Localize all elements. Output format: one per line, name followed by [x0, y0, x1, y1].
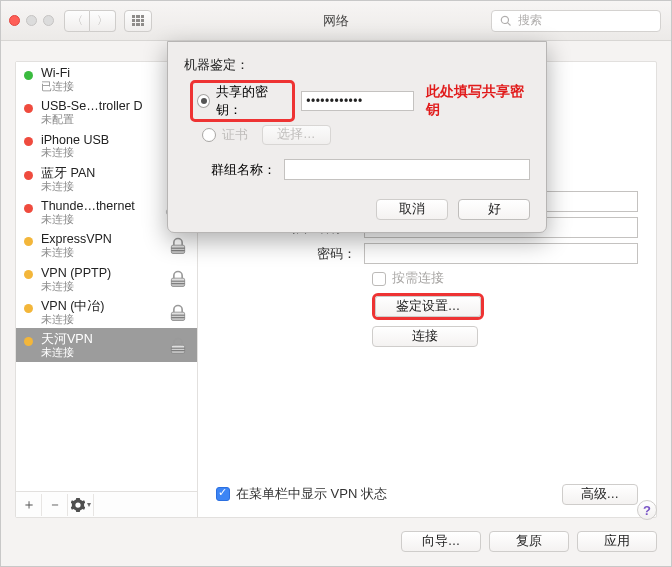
sheet-ok-button[interactable]: 好	[458, 199, 530, 220]
svg-rect-2	[171, 250, 184, 251]
group-name-row: 群组名称：	[184, 159, 530, 180]
interface-name: VPN (PPTP)	[41, 267, 159, 281]
shared-secret-radio[interactable]	[197, 94, 210, 108]
interface-name: ExpressVPN	[41, 233, 159, 247]
bottom-bar: 向导… 复原 应用	[15, 526, 657, 556]
password-row: 密码：	[216, 243, 638, 264]
svg-rect-6	[171, 312, 184, 320]
interface-status: 未连接	[41, 181, 159, 193]
svg-rect-7	[171, 314, 184, 315]
interface-status: 未连接	[41, 214, 159, 226]
interface-status: 未连接	[41, 281, 159, 293]
grid-icon	[132, 15, 144, 27]
search-icon	[500, 15, 512, 27]
traffic-lights	[9, 15, 54, 26]
sidebar-footer: ＋ － ▾	[16, 491, 198, 517]
zoom-window-button	[43, 15, 54, 26]
forward-button[interactable]: 〉	[90, 10, 116, 32]
help-button[interactable]: ?	[637, 500, 657, 520]
interface-status: 未连接	[41, 314, 159, 326]
apply-button[interactable]: 应用	[577, 531, 657, 552]
status-dot	[24, 104, 33, 113]
action-menu-button[interactable]: ▾	[68, 494, 94, 516]
interface-status: 未连接	[41, 247, 159, 259]
sheet-cancel-button[interactable]: 取消	[376, 199, 448, 220]
show-vpn-status-checkbox[interactable]	[216, 487, 230, 501]
svg-rect-11	[171, 350, 184, 351]
nav-group: 〈 〉	[64, 10, 116, 32]
sidebar-item[interactable]: 天河VPN未连接	[16, 328, 197, 361]
choose-certificate-button: 选择…	[262, 125, 331, 145]
search-field[interactable]: 搜索	[491, 10, 661, 32]
lock-icon	[167, 302, 189, 324]
auth-settings-button[interactable]: 鉴定设置…	[375, 296, 481, 317]
svg-rect-8	[171, 317, 184, 318]
shared-secret-annotation: 此处填写共享密钥	[426, 83, 530, 119]
on-demand-row: 按需连接	[372, 270, 638, 287]
connect-button[interactable]: 连接	[372, 326, 478, 347]
interface-name: 天河VPN	[41, 333, 159, 347]
wizard-button[interactable]: 向导…	[401, 531, 481, 552]
lock-icon	[167, 335, 189, 357]
shared-secret-highlight: 共享的密钥：	[190, 80, 295, 122]
auth-sheet: 机器鉴定： 共享的密钥： •••••••••••• 此处填写共享密钥 证书 选择…	[167, 41, 547, 233]
status-dot	[24, 337, 33, 346]
status-dot	[24, 204, 33, 213]
password-input[interactable]	[364, 243, 638, 264]
on-demand-label: 按需连接	[392, 270, 444, 287]
password-label: 密码：	[216, 245, 364, 263]
minimize-window-button	[26, 15, 37, 26]
svg-rect-0	[171, 245, 184, 253]
show-vpn-status-row: 在菜单栏中显示 VPN 状态	[216, 485, 387, 503]
status-dot	[24, 304, 33, 313]
status-dot	[24, 171, 33, 180]
close-window-button[interactable]	[9, 15, 20, 26]
status-dot	[24, 237, 33, 246]
svg-rect-3	[171, 279, 184, 287]
group-name-input[interactable]	[284, 159, 530, 180]
shared-secret-row: 共享的密钥： •••••••••••• 此处填写共享密钥	[190, 80, 530, 122]
auth-sheet-title: 机器鉴定：	[184, 56, 530, 74]
show-all-button[interactable]	[124, 10, 152, 32]
svg-rect-10	[171, 348, 184, 349]
sidebar-item[interactable]: VPN (中冶)未连接	[16, 295, 197, 328]
on-demand-checkbox[interactable]	[372, 272, 386, 286]
remove-interface-button[interactable]: －	[42, 494, 68, 516]
back-button[interactable]: 〈	[64, 10, 90, 32]
titlebar: 〈 〉 网络 搜索	[1, 1, 671, 41]
interface-name: Thunde…thernet	[41, 200, 159, 214]
interface-name: 蓝牙 PAN	[41, 167, 159, 181]
interface-name: VPN (中冶)	[41, 300, 159, 314]
certificate-label: 证书	[222, 126, 248, 144]
svg-rect-5	[171, 284, 184, 285]
lock-icon	[167, 235, 189, 257]
sidebar-item[interactable]: ExpressVPN未连接	[16, 228, 197, 261]
status-dot	[24, 137, 33, 146]
svg-rect-9	[171, 345, 184, 353]
certificate-row: 证书 选择…	[202, 125, 530, 145]
status-dot	[24, 71, 33, 80]
group-name-label: 群组名称：	[184, 161, 284, 179]
preferences-window: 〈 〉 网络 搜索 Wi-Fi已连接USB-Se…troller D未配置iPh…	[0, 0, 672, 567]
sidebar-item[interactable]: VPN (PPTP)未连接	[16, 262, 197, 295]
add-interface-button[interactable]: ＋	[16, 494, 42, 516]
advanced-button[interactable]: 高级…	[562, 484, 639, 505]
revert-button[interactable]: 复原	[489, 531, 569, 552]
shared-secret-input[interactable]: ••••••••••••	[301, 91, 413, 111]
status-dot	[24, 270, 33, 279]
show-vpn-status-label: 在菜单栏中显示 VPN 状态	[236, 485, 387, 503]
lock-icon	[167, 268, 189, 290]
chevron-down-icon: ▾	[87, 500, 91, 509]
svg-rect-4	[171, 281, 184, 282]
gear-icon	[71, 498, 85, 512]
shared-secret-label: 共享的密钥：	[216, 83, 288, 119]
interface-status: 未连接	[41, 347, 159, 359]
auth-settings-highlight: 鉴定设置…	[372, 293, 484, 320]
certificate-radio[interactable]	[202, 128, 216, 142]
search-placeholder: 搜索	[518, 12, 542, 29]
svg-rect-1	[171, 248, 184, 249]
